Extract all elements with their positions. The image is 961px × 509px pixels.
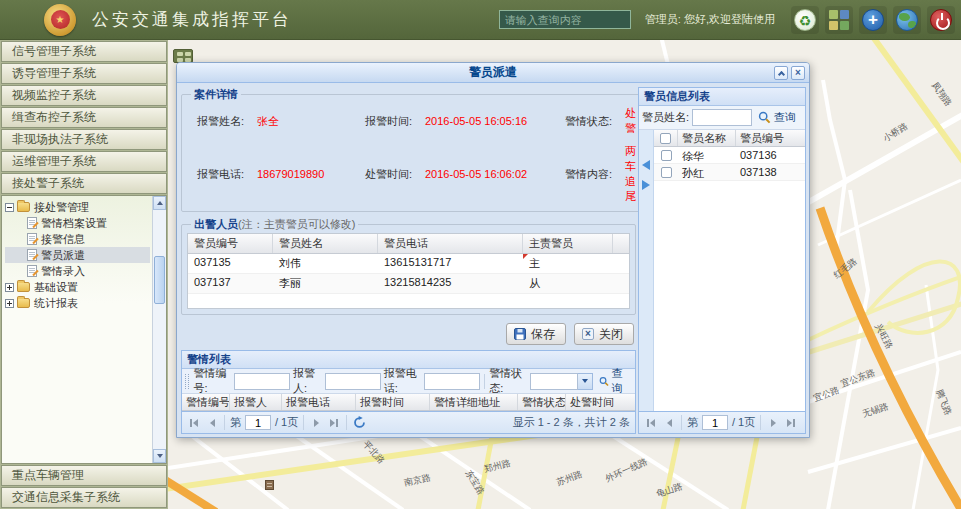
officer-query-button[interactable]: 查询 [755, 109, 799, 126]
caller-input[interactable] [325, 373, 381, 390]
checkbox-icon[interactable] [660, 133, 671, 144]
dialog-titlebar[interactable]: 警员派遣 [177, 63, 809, 83]
scroll-thumb[interactable] [154, 256, 165, 304]
folder-icon [17, 202, 30, 212]
global-search-input[interactable] [499, 10, 631, 29]
tree-folder-dispatch-mgmt[interactable]: 接处警管理 [5, 199, 150, 215]
first-page-button[interactable] [187, 415, 201, 431]
close-button[interactable]: 关闭 [574, 323, 634, 345]
cell-name: 孙红 [678, 164, 736, 180]
sidebar-item-key-vehicles[interactable]: 重点车辆管理 [1, 465, 167, 486]
col-report-time[interactable]: 报警时间 [356, 394, 430, 410]
officer-id-cell: 037137 [188, 274, 273, 293]
sidebar-item-signal[interactable]: 信号管理子系统 [1, 41, 167, 62]
officer-name-input[interactable] [692, 109, 752, 126]
row-checkbox-cell[interactable] [654, 164, 678, 180]
field-label: 报警电话: [197, 167, 257, 182]
col-phone[interactable]: 报警电话 [282, 394, 356, 410]
alarm-no-input[interactable] [234, 373, 290, 390]
refresh-button[interactable] [352, 415, 366, 431]
chevron-up-icon [777, 71, 784, 78]
scroll-down-button[interactable] [153, 449, 166, 463]
alarm-grid-header: 警情编号 报警人 报警电话 报警时间 警情详细地址 警情状态 处警时间 [182, 394, 635, 411]
tree-item-alarm-entry[interactable]: 警情录入 [5, 263, 150, 279]
col-status[interactable]: 警情状态 [518, 394, 566, 410]
tree-item-alarm-info[interactable]: 接警信息 [5, 231, 150, 247]
next-page-button[interactable] [309, 415, 323, 431]
save-button[interactable]: 保存 [506, 323, 566, 345]
col-officer-name[interactable]: 警员姓名 [273, 234, 378, 253]
close-dialog-button[interactable] [791, 66, 805, 80]
col-label: 警情编号 [186, 395, 230, 410]
sidebar-item-investigation[interactable]: 缉查布控子系统 [1, 107, 167, 128]
close-label: 关闭 [599, 326, 623, 343]
sidebar-item-guidance[interactable]: 诱导管理子系统 [1, 63, 167, 84]
col-dispatch-time[interactable]: 处警时间 [566, 394, 635, 410]
col-officer-id[interactable]: 警员编号 [736, 130, 805, 146]
tree-folder-basic-settings[interactable]: 基础设置 [5, 279, 150, 295]
collapse-icon[interactable] [5, 203, 14, 212]
prev-page-button[interactable] [662, 415, 676, 431]
col-officer-phone[interactable]: 警员电话 [378, 234, 523, 253]
add-button[interactable]: + [859, 6, 887, 34]
tree-folder-statistics[interactable]: 统计报表 [5, 295, 150, 311]
sidebar-item-ops[interactable]: 运维管理子系统 [1, 151, 167, 172]
map-view-button[interactable] [893, 6, 921, 34]
checkbox-icon[interactable] [661, 167, 672, 178]
select-all-checkbox-cell[interactable] [654, 130, 678, 146]
document-icon [27, 217, 37, 229]
collapse-dialog-button[interactable] [774, 66, 788, 80]
sidebar-item-dispatch[interactable]: 接处警子系统 [1, 173, 167, 194]
document-icon [27, 249, 37, 261]
col-officer-id[interactable]: 警员编号 [188, 234, 273, 253]
tree-item-alarm-archive[interactable]: 警情档案设置 [5, 215, 150, 231]
page-number-input[interactable] [702, 415, 728, 430]
layers-button[interactable] [825, 6, 853, 34]
officer-phone-cell: 13615131717 [378, 254, 523, 273]
checkbox-icon[interactable] [661, 150, 672, 161]
chevron-down-icon[interactable] [578, 373, 593, 390]
officer-info-row[interactable]: 孙红 037138 [654, 164, 805, 181]
search-icon [599, 375, 609, 388]
refresh-button[interactable]: ♻ [791, 6, 819, 34]
field-value: 2016-05-05 16:06:02 [425, 168, 565, 180]
move-left-arrow[interactable] [642, 160, 650, 170]
officer-row[interactable]: 037135 刘伟 13615131717 主 [188, 254, 629, 274]
col-alarm-no[interactable]: 警情编号 [182, 394, 230, 410]
col-address[interactable]: 警情详细地址 [430, 394, 518, 410]
logout-button[interactable] [927, 6, 955, 34]
tree-item-officer-dispatch[interactable]: 警员派遣 [5, 247, 150, 263]
officer-grid-header: 警员名称 警员编号 [654, 130, 805, 147]
tree-scrollbar[interactable] [152, 196, 166, 463]
prev-page-button[interactable] [205, 415, 219, 431]
col-officer-name[interactable]: 警员名称 [678, 130, 736, 146]
move-right-arrow[interactable] [642, 180, 650, 190]
cell-id: 037136 [736, 147, 805, 163]
sidebar-item-offsite[interactable]: 非现场执法子系统 [1, 129, 167, 150]
map-grid-button[interactable] [173, 49, 193, 63]
phone-input[interactable] [424, 373, 480, 390]
last-page-button[interactable] [784, 415, 798, 431]
officer-info-row[interactable]: 徐华 037136 [654, 147, 805, 164]
next-page-button[interactable] [766, 415, 780, 431]
col-primary-officer[interactable]: 主责警员 [523, 234, 613, 253]
row-checkbox-cell[interactable] [654, 147, 678, 163]
scroll-up-button[interactable] [153, 196, 166, 210]
officer-role-cell[interactable]: 主 [523, 254, 613, 273]
col-caller[interactable]: 报警人 [230, 394, 282, 410]
field-value: 两车追尾 [625, 144, 636, 204]
sidebar-item-traffic-info[interactable]: 交通信息采集子系统 [1, 487, 167, 508]
sidebar-item-video[interactable]: 视频监控子系统 [1, 85, 167, 106]
alarm-query-button[interactable]: 查询 [596, 365, 632, 397]
officer-role-cell[interactable]: 从 [523, 274, 613, 293]
last-page-button[interactable] [327, 415, 341, 431]
welcome-text: 管理员: 您好,欢迎登陆使用 [645, 12, 775, 27]
officer-row[interactable]: 037137 李丽 13215814235 从 [188, 274, 629, 294]
officer-filter-bar: 警员姓名: 查询 [639, 106, 805, 130]
status-select[interactable] [530, 373, 593, 390]
page-number-input[interactable] [245, 415, 271, 430]
first-page-button[interactable] [644, 415, 658, 431]
alarm-grid: 警情编号 报警人 报警电话 报警时间 警情详细地址 警情状态 处警时间 802 … [182, 394, 635, 411]
expand-icon[interactable] [5, 299, 14, 308]
expand-icon[interactable] [5, 283, 14, 292]
